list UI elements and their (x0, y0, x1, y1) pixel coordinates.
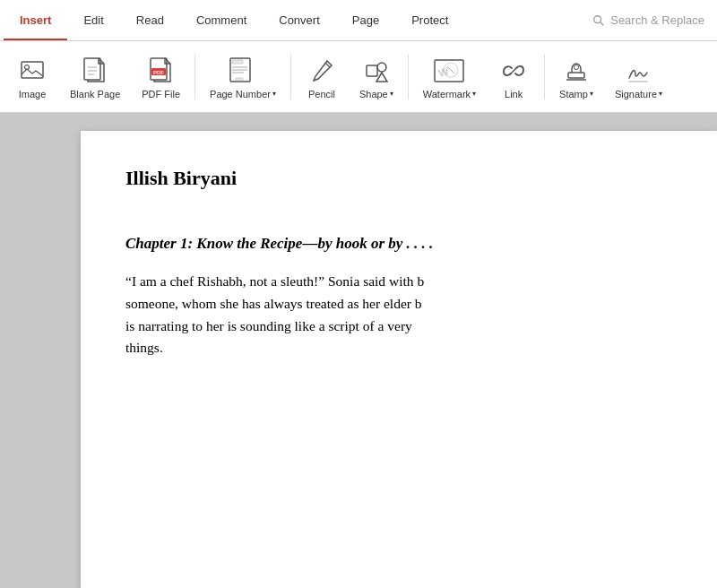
pdf-file-label: PDF File (142, 89, 180, 99)
tab-convert[interactable]: Convert (263, 0, 336, 40)
search-replace-box[interactable]: Search & Replace (583, 0, 713, 40)
signature-button[interactable]: Signature ▾ (606, 47, 671, 108)
watermark-label: Watermark ▾ (423, 89, 476, 99)
divider-4 (544, 55, 545, 99)
divider-1 (194, 55, 195, 99)
document-title: Illish Biryani (125, 167, 672, 190)
pencil-icon (306, 55, 338, 87)
svg-point-19 (377, 63, 386, 72)
tab-bar: Insert Edit Read Comment Convert Page Pr… (0, 0, 717, 41)
tab-protect[interactable]: Protect (395, 0, 464, 40)
pencil-label: Pencil (308, 89, 335, 99)
svg-rect-2 (22, 62, 43, 78)
tab-edit[interactable]: Edit (67, 0, 119, 40)
svg-text:PDF: PDF (153, 70, 164, 75)
pdf-file-icon: PDF (145, 55, 177, 87)
shape-button[interactable]: Shape ▾ (350, 47, 402, 108)
image-icon (16, 55, 48, 87)
signature-label: Signature ▾ (615, 89, 662, 99)
page-number-arrow: ▾ (272, 90, 276, 98)
page-number-icon (227, 55, 259, 87)
shape-label: Shape ▾ (359, 89, 393, 99)
link-button[interactable]: Link (488, 47, 539, 108)
doc-body-line2: someone, whom she has always treated as … (125, 296, 422, 311)
stamp-icon (560, 55, 592, 87)
page-number-button[interactable]: Page Number ▾ (201, 47, 285, 108)
signature-icon (622, 55, 654, 87)
shape-icon (360, 55, 393, 87)
stamp-arrow: ▾ (590, 90, 593, 98)
pdf-file-button[interactable]: PDF PDF File (133, 47, 189, 108)
tab-read[interactable]: Read (120, 0, 180, 40)
stamp-label: Stamp ▾ (559, 89, 593, 99)
svg-rect-12 (232, 60, 243, 64)
watermark-arrow: ▾ (472, 90, 476, 98)
stamp-button[interactable]: Stamp ▾ (550, 47, 602, 108)
image-button[interactable]: Image (7, 47, 57, 108)
main-area: Illish Biryani Chapter 1: Know the Recip… (0, 113, 717, 588)
watermark-button[interactable]: W Watermark ▾ (414, 47, 485, 108)
doc-body-line4: things. (125, 340, 163, 355)
svg-marker-20 (376, 73, 387, 82)
divider-2 (290, 55, 291, 99)
document-body: “I am a chef Rishabh, not a sleuth!” Son… (125, 271, 672, 359)
tab-comment[interactable]: Comment (180, 0, 263, 40)
search-icon (592, 14, 605, 27)
document-chapter: Chapter 1: Know the Recipe—by hook or by… (125, 235, 672, 253)
svg-rect-18 (367, 65, 377, 76)
blank-page-label: Blank Page (70, 89, 120, 99)
svg-rect-16 (236, 78, 243, 81)
blank-page-icon (79, 55, 111, 87)
tab-insert[interactable]: Insert (4, 0, 67, 40)
image-label: Image (19, 89, 47, 99)
blank-page-button[interactable]: Blank Page (61, 47, 129, 108)
tab-page[interactable]: Page (336, 0, 395, 40)
pencil-button[interactable]: Pencil (297, 47, 347, 108)
doc-body-line1: “I am a chef Rishabh, not a sleuth!” Son… (125, 273, 424, 289)
svg-line-1 (600, 22, 604, 25)
document-page: Illish Biryani Chapter 1: Know the Recip… (81, 131, 717, 588)
divider-3 (408, 55, 409, 99)
svg-point-0 (594, 15, 601, 22)
svg-rect-26 (568, 73, 584, 78)
link-label: Link (505, 89, 523, 99)
shape-arrow: ▾ (390, 90, 393, 98)
left-panel (0, 113, 81, 588)
link-icon (497, 55, 530, 87)
svg-point-28 (574, 65, 579, 69)
page-number-label: Page Number ▾ (210, 89, 276, 99)
doc-body-line3: is narrating to her is sounding like a s… (125, 318, 419, 333)
signature-arrow: ▾ (659, 90, 662, 98)
toolbar: Image Blank Page PDF PDF F (0, 41, 717, 113)
search-placeholder: Search & Replace (610, 13, 704, 27)
watermark-icon: W (433, 55, 465, 87)
